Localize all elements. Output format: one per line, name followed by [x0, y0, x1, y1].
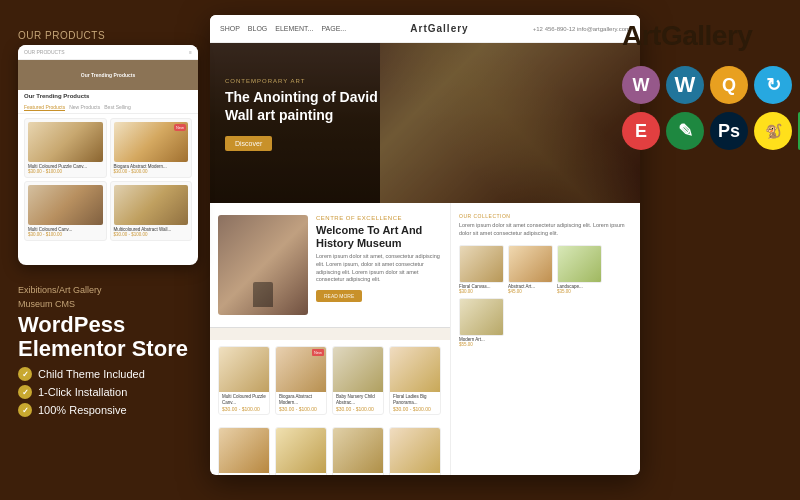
mobile-product-price-3: $30.00 - $100.00: [28, 232, 103, 237]
desktop-product-1[interactable]: Multi Coloured Puzzle Canv... $30.00 - $…: [218, 346, 270, 415]
photoshop-icon[interactable]: Ps: [710, 112, 748, 150]
desktop-products-row1: Multi Coloured Puzzle Canv... $30.00 - $…: [210, 340, 450, 421]
product-price-3: $30.00 - $100.00: [336, 406, 380, 412]
right-body: Lorem ipsum dolor sit amet consectetur a…: [459, 222, 632, 237]
products-bar: [210, 327, 450, 340]
product-image-3: [333, 347, 383, 392]
hero-section: CONTEMPORARY ART The Anointing of David …: [210, 43, 640, 203]
features-section: Exibitions/Art Gallery Museum CMS WordPe…: [18, 285, 218, 421]
feature-text-1: Child Theme Included: [38, 368, 145, 380]
nav-links: SHOP BLOG ELEMENT... PAGE...: [220, 25, 346, 32]
hero-button[interactable]: Discover: [225, 136, 272, 151]
product-name-4: Floral Ladies Big Panorama...: [393, 394, 437, 406]
museum-title: Welcome To Art And History Museum: [316, 224, 442, 250]
brand-title: ArtGallery: [622, 20, 752, 52]
desktop-nav: SHOP BLOG ELEMENT... PAGE... ArtGallery …: [210, 15, 640, 43]
feat-title: WordPessElementor Store: [18, 313, 218, 361]
nav-page[interactable]: PAGE...: [321, 25, 346, 32]
desktop-content: CENTRE OF EXCELLENCE Welcome To Art And …: [210, 203, 640, 475]
mobile-product-grid: Multi Coloured Puzzle Canv... $30.00 - $…: [18, 114, 198, 245]
right-product-img-1: [459, 245, 504, 283]
icons-row-1: W W Q ↻: [622, 66, 792, 104]
right-product-price-3: $35.00: [557, 289, 602, 294]
right-product-3[interactable]: Landscape... $35.00: [557, 245, 602, 294]
mobile-header-right: ≡: [189, 49, 192, 55]
museum-image: [218, 215, 308, 315]
desktop-product-2[interactable]: New Biogara Abstract Modern... $30.00 - …: [275, 346, 327, 415]
product-price-1: $30.00 - $100.00: [222, 406, 266, 412]
right-product-price-1: $30.00: [459, 289, 504, 294]
right-text-block: OUR COLLECTION Lorem ipsum dolor sit ame…: [459, 213, 632, 237]
refresh-icon[interactable]: ↻: [754, 66, 792, 104]
nav-contact: +12 456-890-12 info@artgallery.com: [533, 26, 630, 32]
mobile-product-4[interactable]: Multicoloured Abstract Wall... $30.00 - …: [110, 181, 193, 241]
desktop-product-5[interactable]: Multi Coloured Canva... $30.00: [218, 427, 270, 475]
check-icon-1: [18, 367, 32, 381]
right-label: OUR COLLECTION: [459, 213, 632, 219]
museum-desc: Lorem ipsum dolor sit amet, consectetur …: [316, 253, 442, 284]
feature-text-2: 1-Click Installation: [38, 386, 127, 398]
feat-subtitle: Exibitions/Art Gallery: [18, 285, 218, 295]
product-price-2: $30.00 - $100.00: [279, 406, 323, 412]
mobile-product-1[interactable]: Multi Coloured Puzzle Canv... $30.00 - $…: [24, 118, 107, 178]
hero-text: CONTEMPORARY ART The Anointing of David …: [225, 78, 385, 151]
product-name-2: Biogara Abstract Modern...: [279, 394, 323, 406]
query-icon[interactable]: Q: [710, 66, 748, 104]
right-product-price-2: $45.00: [508, 289, 553, 294]
museum-button[interactable]: READ MORE: [316, 290, 362, 302]
left-panel: OUR PRODUCTS OUR PRODUCTS ≡ Our Trending…: [18, 30, 208, 265]
desktop-product-4[interactable]: Floral Ladies Big Panorama... $30.00 - $…: [389, 346, 441, 415]
mobile-banner: Our Trending Products: [18, 60, 198, 90]
right-product-1[interactable]: Floral Canvas... $30.00: [459, 245, 504, 294]
feature-text-3: 100% Responsive: [38, 404, 127, 416]
tab-new[interactable]: New Products: [69, 104, 100, 111]
mobile-product-img-2: New: [114, 122, 189, 162]
hero-title: The Anointing of David Wall art painting: [225, 88, 385, 124]
product-image-8: [390, 428, 440, 473]
mobile-content: Our Trending Products Featured Products …: [18, 90, 198, 245]
right-product-price-4: $55.00: [459, 342, 504, 347]
product-image-6: [276, 428, 326, 473]
right-product-4[interactable]: Modern Art... $55.00: [459, 298, 504, 347]
wordpress-icon[interactable]: W: [666, 66, 704, 104]
woocommerce-icon[interactable]: W: [622, 66, 660, 104]
museum-text: CENTRE OF EXCELLENCE Welcome To Art And …: [316, 215, 442, 315]
product-name-3: Baby Nursery Child Abstrac...: [336, 394, 380, 406]
mobile-product-price-4: $30.00 - $100.00: [114, 232, 189, 237]
desktop-product-3[interactable]: Baby Nursery Child Abstrac... $30.00 - $…: [332, 346, 384, 415]
mobile-banner-text: Our Trending Products: [81, 72, 135, 78]
museum-section: CENTRE OF EXCELLENCE Welcome To Art And …: [210, 203, 450, 327]
nav-shop[interactable]: SHOP: [220, 25, 240, 32]
feature-item-2: 1-Click Installation: [18, 385, 218, 399]
mobile-tabs: Featured Products New Products Best Sell…: [18, 102, 198, 114]
forms-icon[interactable]: ✎: [666, 112, 704, 150]
desktop-product-8[interactable]: Green And Black Dream... $30.00: [389, 427, 441, 475]
mobile-product-3[interactable]: Multi Coloured Canv... $30.00 - $100.00: [24, 181, 107, 241]
mobile-product-price-2: $30.00 - $100.00: [114, 169, 189, 174]
nav-element[interactable]: ELEMENT...: [275, 25, 313, 32]
desktop-product-6[interactable]: Multicoloured Abstract Wall... $30.00: [275, 427, 327, 475]
elementor-icon[interactable]: E: [622, 112, 660, 150]
product-image-1: [219, 347, 269, 392]
feat-subtitle2: Museum CMS: [18, 299, 218, 309]
right-product-2[interactable]: Abstract Art... $45.00: [508, 245, 553, 294]
nav-blog[interactable]: BLOG: [248, 25, 267, 32]
icons-row-2: E ✎ Ps 🐒 FREE: [622, 112, 800, 150]
mailchimp-icon[interactable]: 🐒: [754, 112, 792, 150]
nav-logo: ArtGallery: [410, 23, 468, 34]
tab-featured[interactable]: Featured Products: [24, 104, 65, 111]
desktop-product-7[interactable]: Coloured Multi Color Floral... $30.00: [332, 427, 384, 475]
feature-item-1: Child Theme Included: [18, 367, 218, 381]
right-brand: ArtGallery W W Q ↻ E ✎ Ps 🐒 FREE: [622, 20, 782, 158]
product-image-5: [219, 428, 269, 473]
museum-subtitle: CENTRE OF EXCELLENCE: [316, 215, 442, 221]
product-name-1: Multi Coloured Puzzle Canv...: [222, 394, 266, 406]
tab-best[interactable]: Best Selling: [104, 104, 130, 111]
mobile-products-title: Our Trending Products: [18, 90, 198, 102]
mobile-product-2[interactable]: New Biogara Abstract Modern... $30.00 - …: [110, 118, 193, 178]
content-left: CENTRE OF EXCELLENCE Welcome To Art And …: [210, 203, 450, 475]
product-image-4: [390, 347, 440, 392]
right-product-img-4: [459, 298, 504, 336]
mobile-product-inner-4: [114, 185, 189, 225]
feature-item-3: 100% Responsive: [18, 403, 218, 417]
